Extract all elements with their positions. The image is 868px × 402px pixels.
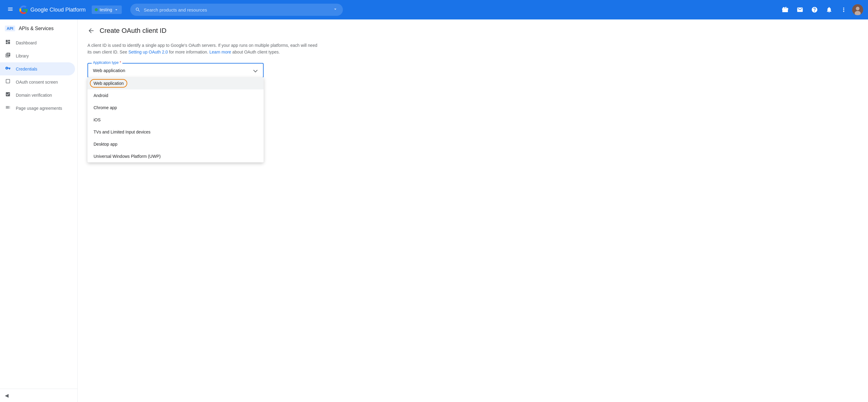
- dropdown-item-ios[interactable]: iOS: [88, 114, 264, 126]
- sidebar-header: API APIs & Services: [0, 22, 78, 36]
- top-navigation: Google Cloud Platform testing: [0, 0, 868, 20]
- back-button[interactable]: [88, 27, 95, 34]
- help-icon-button[interactable]: [808, 4, 820, 16]
- application-type-form: Application type * Web application Web a…: [88, 63, 264, 78]
- project-dropdown-icon: [114, 7, 119, 12]
- svg-point-1: [856, 7, 860, 10]
- sidebar-item-oauth-consent[interactable]: OAuth consent screen: [0, 76, 75, 88]
- learn-more-link[interactable]: Learn more: [210, 50, 231, 54]
- hamburger-menu[interactable]: [5, 4, 16, 16]
- library-icon: [5, 52, 11, 59]
- dropdown-item-desktop-app[interactable]: Desktop app: [88, 138, 264, 150]
- sidebar-item-label-library: Library: [16, 54, 29, 58]
- search-bar[interactable]: [130, 4, 343, 16]
- sidebar-item-label-domain: Domain verification: [16, 93, 52, 97]
- project-name: testing: [100, 7, 112, 12]
- dropdown-item-uwp[interactable]: Universal Windows Platform (UWP): [88, 150, 264, 162]
- search-icon: [135, 7, 141, 12]
- page-description: A client ID is used to identify a single…: [88, 42, 318, 56]
- search-input[interactable]: [144, 7, 330, 12]
- dropdown-item-chrome-app[interactable]: Chrome app: [88, 102, 264, 114]
- project-status-dot: [95, 8, 98, 11]
- page-header: Create OAuth client ID: [88, 27, 858, 35]
- description-text-3: about OAuth client types.: [231, 50, 280, 54]
- sidebar-item-domain-verification[interactable]: Domain verification: [0, 88, 75, 102]
- sidebar-item-library[interactable]: Library: [0, 49, 75, 62]
- domain-verification-icon: [5, 91, 11, 98]
- sidebar: API APIs & Services Dashboard Library: [0, 20, 78, 402]
- application-type-select[interactable]: Application type * Web application Web a…: [88, 63, 264, 78]
- page-usage-icon: [5, 105, 11, 112]
- dropdown-item-web-application[interactable]: Web application: [88, 77, 264, 89]
- uwp-option: Universal Windows Platform (UWP): [94, 154, 161, 159]
- gcp-logo-icon: [20, 5, 28, 14]
- collapse-icon: ◀: [5, 393, 8, 398]
- oauth-consent-icon: [5, 79, 11, 85]
- main-content: Create OAuth client ID A client ID is us…: [78, 20, 868, 402]
- logo: Google Cloud Platform: [20, 5, 86, 14]
- dashboard-icon: [5, 39, 11, 46]
- sidebar-item-label-dashboard: Dashboard: [16, 40, 37, 45]
- selected-option-text: Web application: [93, 68, 125, 73]
- user-avatar[interactable]: [852, 4, 863, 15]
- sidebar-item-page-usage[interactable]: Page usage agreements: [0, 102, 75, 115]
- search-expand-icon[interactable]: [333, 6, 338, 13]
- email-icon-button[interactable]: [794, 4, 806, 16]
- credentials-icon: [5, 65, 11, 73]
- gift-icon-button[interactable]: [779, 4, 792, 16]
- required-marker: *: [120, 60, 121, 65]
- select-value-display[interactable]: Web application: [88, 63, 263, 77]
- web-application-option: Web application: [94, 81, 124, 86]
- project-selector[interactable]: testing: [92, 5, 122, 14]
- desktop-app-option: Desktop app: [94, 142, 118, 147]
- description-text-2: for more information.: [168, 50, 210, 54]
- sidebar-collapse-button[interactable]: ◀: [0, 389, 78, 402]
- dropdown-item-tvs-limited[interactable]: TVs and Limited Input devices: [88, 126, 264, 138]
- logo-text: Google Cloud Platform: [30, 7, 86, 13]
- sidebar-item-label-credentials: Credentials: [16, 66, 37, 71]
- dropdown-item-android[interactable]: Android: [88, 89, 264, 102]
- application-type-label: Application type *: [92, 60, 122, 65]
- sidebar-item-dashboard[interactable]: Dashboard: [0, 36, 75, 49]
- api-icon: API: [5, 26, 15, 31]
- sidebar-nav: Dashboard Library Credentials: [0, 36, 78, 389]
- more-options-button[interactable]: [838, 4, 850, 16]
- tvs-limited-option: TVs and Limited Input devices: [94, 130, 151, 135]
- sidebar-item-credentials[interactable]: Credentials: [0, 62, 75, 76]
- notification-icon-button[interactable]: [823, 4, 835, 16]
- application-type-dropdown: Web application Android Chrome app iOS T…: [88, 77, 264, 162]
- android-option: Android: [94, 93, 108, 98]
- oauth-setup-link[interactable]: Setting up OAuth 2.0: [128, 50, 168, 54]
- page-title: Create OAuth client ID: [100, 27, 166, 35]
- topnav-right-actions: [779, 4, 863, 16]
- chrome-app-option: Chrome app: [94, 105, 117, 110]
- sidebar-item-label-oauth: OAuth consent screen: [16, 80, 58, 85]
- sidebar-item-label-page-usage: Page usage agreements: [16, 106, 62, 111]
- ios-option: iOS: [94, 117, 100, 122]
- layout: API APIs & Services Dashboard Library: [0, 20, 868, 402]
- sidebar-title: APIs & Services: [19, 26, 54, 31]
- select-chevron-icon: [253, 68, 257, 73]
